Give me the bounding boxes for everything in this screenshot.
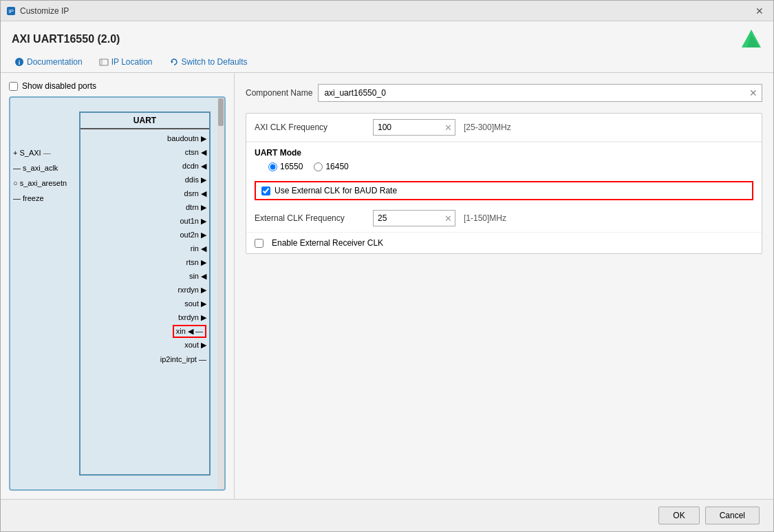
- right-panel: Component Name ✕ AXI CLK Frequency 100 ✕…: [235, 73, 773, 499]
- port-sin: sin ◀: [80, 270, 209, 283]
- customize-ip-window: IP Customize IP ✕ AXI UART16550 (2.0) i: [0, 0, 774, 532]
- axi-clk-value: 100: [378, 123, 442, 132]
- ok-button[interactable]: OK: [658, 507, 699, 524]
- ext-clk-value: 25: [378, 213, 442, 223]
- port-out1n: out1n ▶: [80, 215, 209, 228]
- svg-text:i: i: [19, 59, 21, 66]
- main-block: UART baudoutn ▶ ctsn ◀ dcdn ◀ ddis ▶ dsr…: [79, 111, 211, 476]
- svg-rect-6: [100, 59, 108, 65]
- component-name-label: Component Name: [246, 88, 312, 98]
- app-title-row: AXI UART16550 (2.0): [12, 28, 762, 50]
- uart-16550-label: 16550: [280, 162, 303, 171]
- uart-16450-option[interactable]: 16450: [314, 162, 348, 171]
- scroll-thumb[interactable]: [218, 98, 224, 126]
- ext-clk-label: External CLK Frequency: [255, 213, 365, 223]
- left-port-freeze: — freeze: [13, 191, 67, 205]
- header: AXI UART16550 (2.0) i Documentation: [1, 21, 773, 73]
- uart-mode-label: UART Mode: [255, 148, 753, 158]
- info-icon: i: [14, 57, 24, 67]
- port-dtrn: dtrn ▶: [80, 201, 209, 214]
- block-diagram: + S_AXI — — s_axi_aclk ○ s_axi_aresetn —: [9, 96, 226, 491]
- show-disabled-ports-checkbox[interactable]: [9, 82, 18, 91]
- component-name-input[interactable]: [324, 88, 748, 98]
- ip-location-label: IP Location: [111, 57, 153, 67]
- axi-clk-range: [25-300]MHz: [464, 123, 511, 132]
- ext-clk-input-box: 25 ✕: [373, 210, 455, 226]
- app-icon: IP: [6, 6, 16, 16]
- port-dcdn: dcdn ◀: [80, 160, 209, 173]
- port-rtsn: rtsn ▶: [80, 256, 209, 269]
- vivado-logo: [740, 28, 762, 50]
- uart-16550-option[interactable]: 16550: [268, 162, 303, 171]
- show-ports-row: Show disabled ports: [9, 81, 226, 91]
- ip-location-button[interactable]: IP Location: [96, 56, 155, 68]
- port-baudoutn: baudoutn ▶: [80, 132, 209, 145]
- left-panel: Show disabled ports + S_AXI — — s_axi_ac…: [1, 73, 235, 499]
- close-button[interactable]: ✕: [751, 5, 768, 17]
- enable-ext-recv-label: Enable External Receiver CLK: [272, 238, 383, 248]
- enable-ext-recv-row: Enable External Receiver CLK: [246, 233, 762, 253]
- port-xin: xin ◀ —: [80, 325, 209, 338]
- content-area: Show disabled ports + S_AXI — — s_axi_ac…: [1, 73, 773, 499]
- port-ip2intc: ip2intc_irpt —: [80, 352, 209, 365]
- ext-clk-row: External CLK Frequency 25 ✕ [1-150]MHz: [246, 204, 762, 233]
- port-out2n: out2n ▶: [80, 228, 209, 242]
- right-ports-list: baudoutn ▶ ctsn ◀ dcdn ◀ ddis ▶ dsrn ◀ d…: [80, 129, 209, 368]
- use-ext-clk-checkbox[interactable]: [261, 187, 270, 195]
- component-name-clear-button[interactable]: ✕: [748, 86, 759, 100]
- ext-clk-clear-btn[interactable]: ✕: [444, 213, 452, 224]
- port-dsrn: dsrn ◀: [80, 187, 209, 200]
- port-ctsn: ctsn ◀: [80, 146, 209, 159]
- port-txrdyn: txrdyn ▶: [80, 311, 209, 324]
- ext-clk-range: [1-150]MHz: [464, 213, 506, 223]
- documentation-button[interactable]: i Documentation: [12, 56, 85, 68]
- location-icon: [99, 57, 109, 67]
- documentation-label: Documentation: [27, 57, 83, 67]
- xin-highlight: xin ◀ —: [173, 325, 206, 338]
- axi-clk-clear-btn[interactable]: ✕: [444, 123, 452, 133]
- scrollbar[interactable]: [217, 98, 224, 489]
- title-bar-left: IP Customize IP: [6, 6, 69, 16]
- svg-marker-8: [171, 61, 173, 63]
- left-port-s-axi: + S_AXI —: [13, 146, 67, 160]
- port-rxrdyn: rxrdyn ▶: [80, 284, 209, 297]
- title-bar: IP Customize IP ✕: [1, 1, 773, 21]
- settings-box: AXI CLK Frequency 100 ✕ [25-300]MHz UART…: [246, 113, 762, 254]
- port-xout: xout ▶: [80, 339, 209, 352]
- switch-defaults-button[interactable]: Switch to Defaults: [166, 56, 250, 68]
- port-ddis: ddis ▶: [80, 173, 209, 187]
- component-name-field: ✕: [318, 84, 762, 102]
- cancel-button[interactable]: Cancel: [705, 507, 760, 524]
- refresh-icon: [169, 57, 179, 67]
- uart-16450-label: 16450: [325, 162, 348, 171]
- block-title: UART: [80, 113, 209, 129]
- app-title-text: AXI UART16550 (2.0): [12, 33, 120, 45]
- toolbar: i Documentation IP Location: [12, 56, 762, 68]
- axi-clk-row: AXI CLK Frequency 100 ✕ [25-300]MHz: [246, 114, 762, 142]
- uart-mode-options: 16550 16450: [255, 162, 753, 171]
- window-title: Customize IP: [20, 6, 69, 16]
- axi-clk-input-box: 100 ✕: [373, 119, 455, 136]
- left-ports: + S_AXI — — s_axi_aclk ○ s_axi_aresetn —: [13, 146, 67, 205]
- uart-mode-section: UART Mode 16550 16450: [246, 142, 762, 177]
- port-rin: rin ◀: [80, 242, 209, 255]
- switch-defaults-label: Switch to Defaults: [182, 57, 248, 67]
- port-sout: sout ▶: [80, 297, 209, 310]
- svg-text:IP: IP: [8, 8, 14, 14]
- uart-16550-radio[interactable]: [268, 162, 277, 171]
- uart-16450-radio[interactable]: [314, 162, 323, 171]
- use-ext-clk-label: Use External CLK for BAUD Rate: [275, 186, 397, 195]
- bottom-bar: OK Cancel: [1, 499, 773, 531]
- left-port-aclk: — s_axi_aclk: [13, 161, 67, 175]
- enable-ext-recv-checkbox[interactable]: [255, 239, 264, 248]
- axi-clk-label: AXI CLK Frequency: [255, 123, 365, 132]
- left-port-aresetn: ○ s_axi_aresetn: [13, 176, 67, 190]
- use-ext-clk-row: Use External CLK for BAUD Rate: [255, 181, 753, 200]
- show-disabled-ports-label: Show disabled ports: [22, 81, 96, 91]
- component-name-row: Component Name ✕: [246, 84, 762, 102]
